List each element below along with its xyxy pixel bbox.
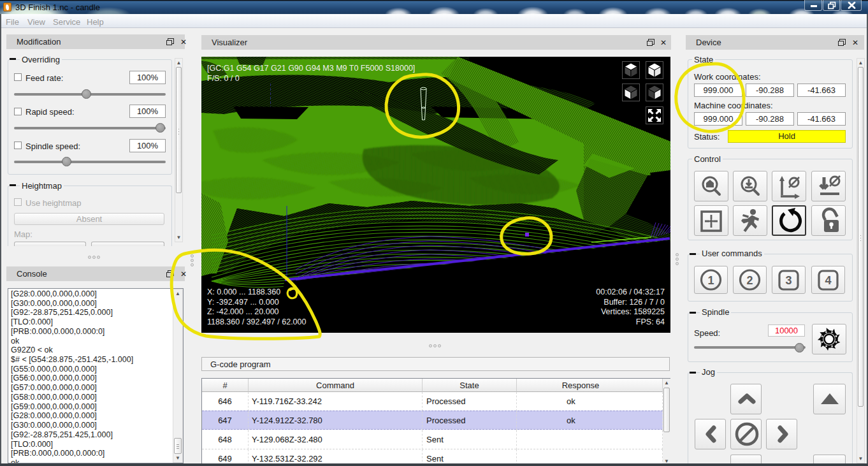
svg-text:Z: -42.000 ... 20.000: Z: -42.000 ... 20.000 — [207, 307, 279, 316]
svg-text:4: 4 — [825, 274, 831, 287]
svg-text:X: 0.000 ... 1188.360: X: 0.000 ... 1188.360 — [207, 288, 280, 296]
svg-text:2: 2 — [746, 274, 753, 287]
svg-text:1188.360 / 392.497 / 62.000: 1188.360 / 392.497 / 62.000 — [207, 317, 307, 326]
svg-text:00:02:06 / 04:32:17: 00:02:06 / 04:32:17 — [596, 288, 665, 296]
svg-text:1: 1 — [707, 274, 714, 287]
svg-text:[GC:G1 G54 G17 G21 G90 G94 M3: [GC:G1 G54 G17 G21 G90 G94 M3 M9 T0 F500… — [207, 64, 415, 73]
svg-text:3: 3 — [785, 274, 792, 287]
svg-text:Vertices: 1589225: Vertices: 1589225 — [601, 307, 665, 316]
svg-text:Buffer: 126 / 7 / 0: Buffer: 126 / 7 / 0 — [604, 298, 665, 307]
svg-text:F/S: 0 / 0: F/S: 0 / 0 — [207, 74, 240, 83]
svg-text:FPS: 64: FPS: 64 — [636, 317, 665, 326]
svg-text:Y: -392.497 ... 0.000: Y: -392.497 ... 0.000 — [207, 298, 279, 307]
